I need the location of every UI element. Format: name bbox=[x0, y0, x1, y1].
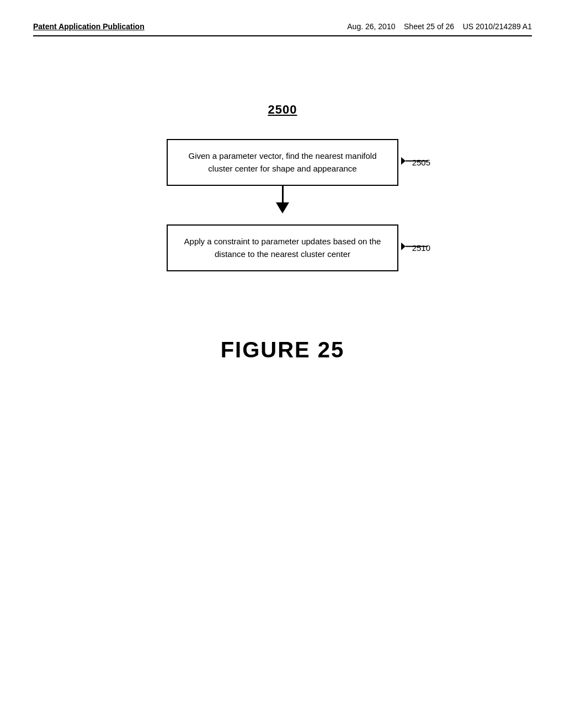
publication-title: Patent Application Publication bbox=[33, 22, 145, 31]
flow-box-1: Given a parameter vector, find the neare… bbox=[167, 139, 398, 186]
flow-box-2: Apply a constraint to parameter updates … bbox=[167, 224, 398, 271]
flow-box-1-label: 2505 bbox=[400, 152, 430, 173]
flowchart: Given a parameter vector, find the neare… bbox=[145, 139, 420, 271]
header-patent: US 2010/214289 A1 bbox=[463, 22, 532, 31]
figure-label: FIGURE 25 bbox=[221, 338, 345, 362]
flow-box-2-label: 2510 bbox=[400, 238, 430, 258]
patent-page: Patent Application Publication Aug. 26, … bbox=[0, 0, 565, 728]
main-content: 2500 Given a parameter vector, find the … bbox=[33, 103, 532, 362]
header-date: Aug. 26, 2010 bbox=[347, 22, 395, 31]
flow-box-2-text: Apply a constraint to parameter updates … bbox=[184, 237, 381, 259]
page-header: Patent Application Publication Aug. 26, … bbox=[33, 22, 532, 36]
header-sheet: Sheet 25 of 26 bbox=[404, 22, 454, 31]
header-info: Aug. 26, 2010 Sheet 25 of 26 US 2010/214… bbox=[347, 22, 532, 31]
arrow-down-1 bbox=[276, 202, 289, 213]
diagram-title: 2500 bbox=[268, 103, 297, 117]
flow-box-1-text: Given a parameter vector, find the neare… bbox=[188, 151, 376, 173]
arrow-shaft-1 bbox=[282, 186, 284, 202]
